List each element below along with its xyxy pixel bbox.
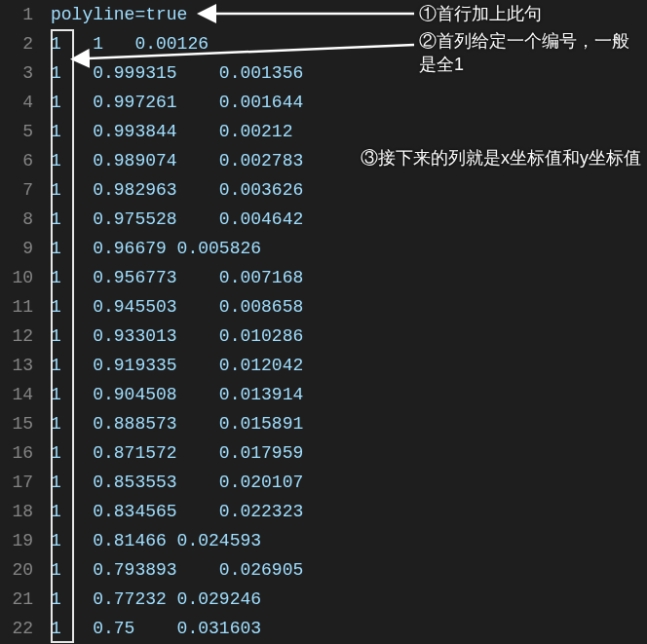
line-number: 1 (0, 0, 33, 29)
code-line[interactable]: 1 0.81466 0.024593 (51, 526, 647, 555)
line-number: 22 (0, 614, 33, 643)
code-line[interactable]: 1 0.919335 0.012042 (51, 351, 647, 380)
code-line[interactable]: 1 0.982963 0.003626 (51, 175, 647, 205)
line-number: 7 (0, 175, 33, 205)
line-number: 6 (0, 146, 33, 175)
code-line[interactable]: 1 0.793893 0.026905 (51, 555, 647, 585)
code-line[interactable]: 1 0.834565 0.022323 (51, 497, 647, 526)
line-number: 11 (0, 292, 33, 322)
code-area[interactable]: polyline=true1 1 0.001261 0.999315 0.001… (51, 0, 647, 644)
code-line[interactable]: 1 0.956773 0.007168 (51, 263, 647, 292)
line-number: 9 (0, 234, 33, 263)
code-line[interactable]: 1 0.904508 0.013914 (51, 380, 647, 409)
line-number: 17 (0, 468, 33, 497)
code-line[interactable]: 1 1 0.00126 (51, 29, 647, 58)
line-number: 18 (0, 497, 33, 526)
line-number: 12 (0, 322, 33, 351)
code-editor[interactable]: 12345678910111213141516171819202122 poly… (0, 0, 647, 644)
code-line[interactable]: 1 0.888573 0.015891 (51, 409, 647, 438)
code-line[interactable]: 1 0.975528 0.004642 (51, 205, 647, 234)
code-line[interactable]: 1 0.871572 0.017959 (51, 438, 647, 468)
code-line[interactable]: 1 0.853553 0.020107 (51, 468, 647, 497)
line-number: 19 (0, 526, 33, 555)
line-number: 10 (0, 263, 33, 292)
code-line[interactable]: 1 0.933013 0.010286 (51, 322, 647, 351)
line-number: 14 (0, 380, 33, 409)
line-number: 21 (0, 585, 33, 614)
line-number: 4 (0, 88, 33, 117)
code-line[interactable]: 1 0.989074 0.002783 (51, 146, 647, 175)
line-number: 15 (0, 409, 33, 438)
line-number: 5 (0, 117, 33, 146)
code-line[interactable]: 1 0.999315 0.001356 (51, 58, 647, 88)
line-number: 8 (0, 205, 33, 234)
code-line[interactable]: 1 0.993844 0.00212 (51, 117, 647, 146)
line-number: 3 (0, 58, 33, 88)
code-line[interactable]: 1 0.75 0.031603 (51, 614, 647, 643)
code-line[interactable]: 1 0.997261 0.001644 (51, 88, 647, 117)
code-line[interactable]: 1 0.945503 0.008658 (51, 292, 647, 322)
line-number: 13 (0, 351, 33, 380)
code-line[interactable]: 1 0.77232 0.029246 (51, 585, 647, 614)
code-line[interactable]: 1 0.96679 0.005826 (51, 234, 647, 263)
line-number-gutter: 12345678910111213141516171819202122 (0, 0, 51, 644)
code-line[interactable]: polyline=true (51, 0, 647, 29)
line-number: 16 (0, 438, 33, 468)
line-number: 2 (0, 29, 33, 58)
line-number: 20 (0, 555, 33, 585)
